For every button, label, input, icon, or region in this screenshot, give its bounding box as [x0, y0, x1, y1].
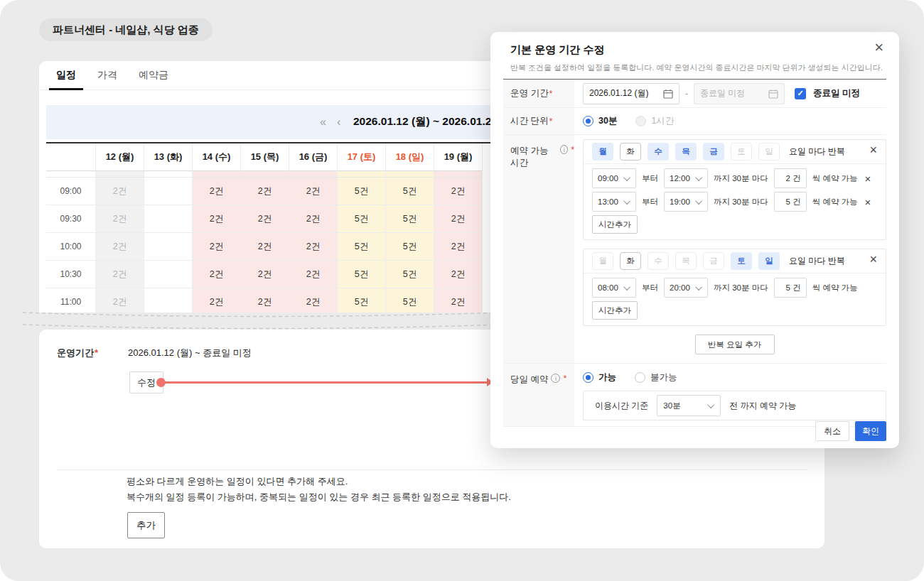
slot-cell[interactable] [144, 205, 193, 233]
time-label: 09:30 [46, 205, 96, 233]
slot-cell[interactable]: 5건 [338, 178, 386, 205]
slot-cell[interactable]: 2건 [434, 205, 483, 233]
start-date-input[interactable]: 2026.01.12 (월) [583, 83, 679, 104]
tab-deposit[interactable]: 예약금 [130, 61, 177, 89]
slot-cell[interactable]: 2건 [96, 205, 144, 233]
slot-cell[interactable]: 2건 [241, 288, 289, 313]
start-time-select[interactable]: 08:00 [592, 278, 636, 298]
day-chip-sat[interactable]: 토 [731, 252, 752, 270]
slot-cell[interactable]: 2건 [241, 261, 289, 288]
count-input[interactable]: 2 건 [774, 168, 807, 188]
day-chip-wed[interactable]: 수 [648, 143, 669, 161]
radio-selected-icon [583, 372, 593, 383]
slot-cell[interactable]: 2건 [434, 233, 483, 261]
per-label: 씩 예약 가능 [812, 283, 858, 293]
slot-cell[interactable]: 2건 [193, 178, 241, 205]
remove-group-icon[interactable]: × [869, 252, 877, 267]
prev-week-icon[interactable]: ‹ [337, 114, 340, 130]
count-input[interactable]: 5 건 [774, 278, 807, 298]
repeat-weekly-label: 요일 마다 반복 [789, 255, 845, 267]
cancel-button[interactable]: 취소 [815, 421, 849, 441]
slot-cell[interactable]: 5건 [386, 233, 434, 261]
slot-cell[interactable]: 5건 [338, 261, 386, 288]
tab-schedule[interactable]: 일정 [48, 61, 85, 89]
slot-cell[interactable] [144, 261, 193, 288]
required-asterisk: * [563, 374, 566, 384]
slot-cell[interactable]: 2건 [193, 205, 241, 233]
day-chip-sat-disabled: 토 [731, 143, 752, 161]
slot-cell[interactable]: 5건 [386, 261, 434, 288]
start-time-select[interactable]: 09:00 [592, 168, 636, 188]
remove-time-icon[interactable]: × [865, 173, 871, 185]
add-time-button[interactable]: 시간추가 [592, 301, 638, 320]
slot-cell[interactable]: 5건 [386, 178, 434, 205]
slot-cell[interactable] [144, 233, 193, 261]
modal-title: 기본 운영 기간 수정 [510, 43, 605, 57]
add-schedule-button[interactable]: 추가 [127, 512, 165, 538]
slot-cell[interactable]: 2건 [434, 288, 483, 313]
end-time-select[interactable]: 12:00 [664, 168, 708, 188]
end-time-select[interactable]: 19:00 [664, 192, 708, 212]
close-icon[interactable]: × [870, 38, 888, 58]
day-chip-tue[interactable]: 화 [620, 252, 641, 270]
slot-cell[interactable]: 2건 [434, 178, 483, 205]
slot-cell[interactable]: 5건 [386, 205, 434, 233]
slot-cell[interactable]: 2건 [193, 233, 241, 261]
screen: 파트너센터 - 네일샵, 식당 업종 일정 가격 예약금 « ‹ 2026.01… [0, 0, 924, 581]
info-icon[interactable]: i [560, 145, 568, 154]
unit-30min-radio[interactable]: 30분 [583, 115, 617, 127]
day-chip-thu[interactable]: 목 [675, 143, 697, 161]
tab-price[interactable]: 가격 [89, 61, 126, 89]
slot-cell[interactable]: 2건 [241, 233, 289, 261]
confirm-button[interactable]: 확인 [855, 421, 886, 441]
time-col-header [46, 143, 96, 171]
start-time-select[interactable]: 13:00 [592, 192, 636, 212]
day-header: 15 (목) [241, 143, 289, 171]
edit-operating-period-modal: 기본 운영 기간 수정 × 반복 조건을 설정하여 일정을 등록합니다. 예약 … [490, 32, 899, 448]
slot-cell[interactable]: 5건 [338, 233, 386, 261]
sameday-allowed-radio[interactable]: 가능 [583, 371, 616, 384]
modal-form: 운영 기간* 2026.01.12 (월) - 종료일 미정 ✓ 종료일 미정 [503, 79, 886, 427]
add-repeat-day-button[interactable]: 반복 요일 추가 [695, 335, 775, 354]
until-label: 까지 30분 마다 [714, 197, 768, 207]
slot-cell[interactable]: 2건 [289, 205, 338, 233]
count-input[interactable]: 5 건 [774, 192, 807, 212]
repeat-group-weekdays: 월 화 수 목 금 토 일 요일 마다 반복 × 09:00 [583, 139, 886, 240]
slot-cell[interactable]: 2건 [289, 178, 338, 205]
remove-time-icon[interactable]: × [865, 196, 871, 208]
sameday-not-allowed-radio[interactable]: 불가능 [635, 371, 677, 384]
slot-cell[interactable] [144, 288, 193, 313]
no-end-date-checkbox-label: 종료일 미정 [813, 87, 860, 99]
slot-cell[interactable]: 2건 [289, 261, 338, 288]
prev-week-double-icon[interactable]: « [320, 114, 326, 130]
add-time-button[interactable]: 시간추가 [592, 215, 638, 234]
slot-cell[interactable]: 2건 [96, 178, 144, 205]
slot-cell[interactable]: 2건 [193, 288, 241, 313]
day-chip-tue[interactable]: 화 [620, 143, 641, 161]
info-icon[interactable]: i [551, 374, 560, 383]
no-end-date-checkbox[interactable]: ✓ [795, 88, 806, 99]
slot-cell[interactable]: 2건 [193, 261, 241, 288]
slot-cell[interactable]: 2건 [241, 205, 289, 233]
day-chip-mon[interactable]: 월 [592, 143, 613, 161]
chevron-down-icon [623, 283, 630, 290]
day-chip-fri[interactable]: 금 [703, 143, 724, 161]
slot-cell[interactable]: 2건 [289, 288, 338, 313]
day-chip-sun[interactable]: 일 [758, 252, 780, 270]
day-chip-row: 월 화 수 목 금 토 일 요일 마다 반복 × [584, 140, 886, 164]
slot-cell[interactable]: 2건 [434, 261, 483, 288]
slot-cell[interactable]: 5건 [386, 288, 434, 313]
basis-time-select[interactable]: 30분 [657, 395, 721, 416]
day-chip-sun-disabled: 일 [758, 143, 780, 161]
end-time-select[interactable]: 20:00 [664, 278, 708, 298]
slot-cell[interactable]: 2건 [96, 233, 144, 261]
time-unit-label: 시간 단위* [503, 108, 574, 134]
slot-cell[interactable] [144, 178, 193, 205]
slot-cell[interactable]: 5건 [338, 205, 386, 233]
slot-cell[interactable]: 2건 [289, 233, 338, 261]
remove-group-icon[interactable]: × [869, 143, 877, 158]
slot-cell[interactable]: 2건 [96, 261, 144, 288]
slot-cell[interactable]: 2건 [241, 178, 289, 205]
slot-cell[interactable]: 2건 [96, 288, 144, 313]
slot-cell[interactable]: 5건 [338, 288, 386, 313]
